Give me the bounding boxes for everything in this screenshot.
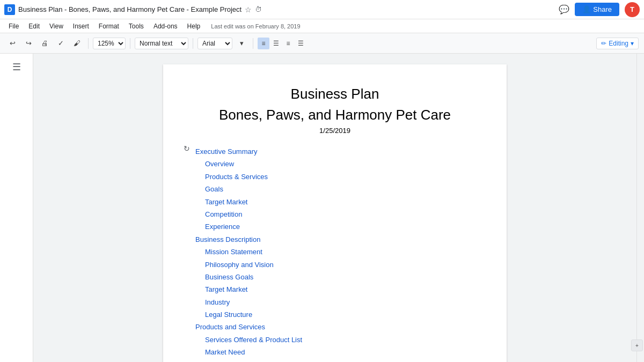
menu-bar: File Edit View Insert Format Tools Add-o… [0,19,644,33]
doc-main-title: Business Plan [195,86,474,102]
menu-edit[interactable]: Edit [24,21,44,31]
menu-insert[interactable]: Insert [69,21,93,31]
toc-item[interactable]: Target Market [195,196,474,208]
pencil-icon: ✏ [601,40,606,47]
toolbar-right: ✏ Editing ▾ [596,38,639,49]
title-bar-left: D Business Plan - Bones, Paws, and Harmo… [4,4,262,15]
editing-label: Editing [609,40,628,47]
last-edit-text: Last edit was on February 8, 2019 [211,23,300,29]
menu-file[interactable]: File [4,21,23,31]
menu-addons[interactable]: Add-ons [149,21,182,31]
font-select[interactable]: ArialTimes New Roman [197,38,232,49]
toc-item[interactable]: Products & Services [195,171,474,183]
toc-item[interactable]: Philosophy and Vision [195,258,474,271]
menu-format[interactable]: Format [94,21,123,31]
app-icon: D [4,4,15,15]
share-button[interactable]: 👤 Share [575,3,619,16]
avatar[interactable]: T [625,2,640,17]
refresh-icon[interactable]: ↻ [184,144,190,153]
toc-item[interactable]: Industry [195,296,474,308]
share-icon: 👤 [582,5,591,13]
print-button[interactable]: 🖨 [38,36,52,50]
doc-subtitle: Bones, Paws, and Harmony Pet Care [195,107,474,123]
toc-item[interactable]: Market Need [195,346,474,358]
title-bar: D Business Plan - Bones, Paws, and Harmo… [0,0,644,19]
title-icons: ☆ ⏱ [245,5,262,14]
toc-item[interactable]: Products and Services [195,321,474,333]
undo-button[interactable]: ↩ [5,36,19,50]
redo-button[interactable]: ↪ [21,36,35,50]
align-left-button[interactable]: ≡ [258,38,269,49]
title-bar-right: 💬 👤 Share T [559,2,640,17]
align-group: ≡ ☰ ≡ ☰ [258,38,306,49]
toc-item[interactable]: Overview [195,158,474,170]
paint-format-button[interactable]: 🖌 [70,36,84,50]
font-dropdown-button[interactable]: ▾ [235,36,248,50]
document-area: Business Plan Bones, Paws, and Harmony P… [33,54,636,362]
table-of-contents: ↻ Executive SummaryOverviewProducts & Se… [195,143,474,362]
toc-item[interactable]: Target Market [195,283,474,295]
star-icon[interactable]: ☆ [245,5,252,14]
toolbar: ↩ ↪ 🖨 ✓ 🖌 125%100%150% Normal textHeadin… [0,33,644,54]
toolbar-divider-4 [253,38,253,49]
toc-item[interactable]: Mission Statement [195,246,474,258]
toc-item[interactable]: Services Offered & Product List [195,334,474,346]
left-sidebar: ☰ [0,54,33,362]
toc-item[interactable]: Experience [195,220,474,233]
style-select[interactable]: Normal textHeading 1Heading 2 [135,38,188,49]
outline-icon[interactable]: ☰ [10,59,23,75]
align-justify-button[interactable]: ☰ [295,38,306,49]
toolbar-divider-3 [193,38,193,49]
menu-view[interactable]: View [45,21,68,31]
zoom-select[interactable]: 125%100%150% [93,38,126,49]
toc-item[interactable]: Legal Structure [195,308,474,321]
editing-mode-button[interactable]: ✏ Editing ▾ [596,38,639,49]
share-label: Share [593,5,612,13]
toc-list: Executive SummaryOverviewProducts & Serv… [195,145,474,362]
chat-icon[interactable]: 💬 [559,4,569,14]
main-layout: ☰ Business Plan Bones, Paws, and Harmony… [0,54,644,362]
menu-tools[interactable]: Tools [125,21,148,31]
history-icon[interactable]: ⏱ [255,5,262,13]
chevron-down-icon: ▾ [631,40,634,47]
menu-help[interactable]: Help [183,21,205,31]
expand-button[interactable]: + [631,339,643,351]
right-sidebar: + [636,54,644,362]
spellcheck-button[interactable]: ✓ [54,36,68,50]
document-title-text: Business Plan - Bones, Paws, and Harmony… [18,5,241,13]
toc-item[interactable]: Business Goals [195,271,474,283]
toc-item[interactable]: Competitive Advantages [195,359,474,362]
align-right-button[interactable]: ≡ [282,38,294,49]
toc-item[interactable]: Goals [195,183,474,195]
document-page: Business Plan Bones, Paws, and Harmony P… [163,64,507,362]
toc-item[interactable]: Business Description [195,233,474,246]
toc-item[interactable]: Executive Summary [195,145,474,158]
toolbar-divider-1 [88,38,89,49]
toolbar-divider-2 [130,38,130,49]
align-center-button[interactable]: ☰ [270,38,282,49]
doc-date: 1/25/2019 [195,127,474,135]
toc-item[interactable]: Competition [195,208,474,220]
